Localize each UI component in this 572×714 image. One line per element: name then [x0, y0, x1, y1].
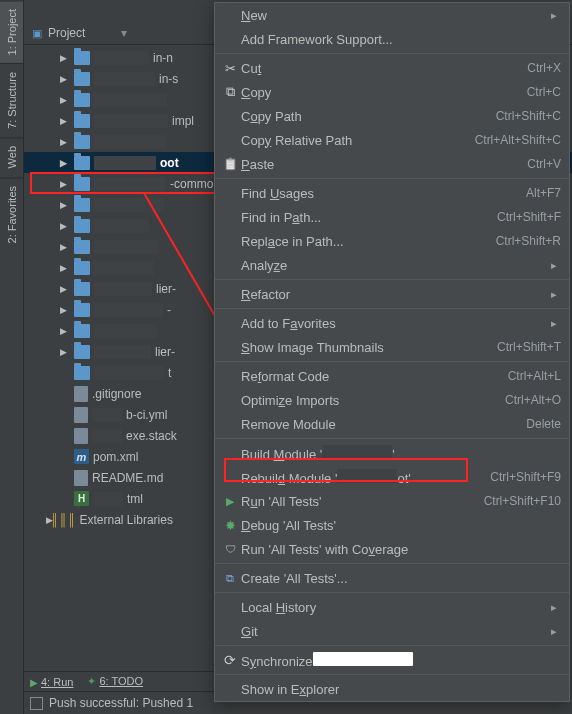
menu-item[interactable]: Find in Path...Ctrl+Shift+F [215, 205, 569, 229]
menu-label: Git [241, 624, 551, 639]
menu-item[interactable]: Reformat CodeCtrl+Alt+L [215, 364, 569, 388]
menu-label: Copy [241, 85, 527, 100]
redacted-text [94, 324, 157, 338]
refresh-icon [219, 652, 241, 668]
tree-label: impl [172, 114, 194, 128]
menu-item[interactable]: Run 'All Tests' with Coverage [215, 537, 569, 561]
expand-arrow-icon: ▶ [60, 116, 70, 126]
expand-arrow-icon: ▶ [60, 347, 70, 357]
menu-label: Create 'All Tests'... [241, 571, 561, 586]
menu-item[interactable]: Build Module '' [215, 441, 569, 465]
sidebar-tab-project[interactable]: 1: Project [0, 0, 23, 63]
menu-item[interactable]: Refactor▸ [215, 282, 569, 306]
tree-label: pom.xml [93, 450, 138, 464]
menu-item[interactable]: Create 'All Tests'... [215, 566, 569, 590]
menu-separator [215, 645, 569, 646]
tree-label: b-ci.yml [126, 408, 167, 422]
menu-item[interactable]: Show Image ThumbnailsCtrl+Shift+T [215, 335, 569, 359]
tree-label: in-n [153, 51, 173, 65]
left-tool-rail: 1: Project 7: Structure Web 2: Favorites [0, 0, 24, 714]
redacted-text [94, 177, 166, 191]
redacted-text [93, 492, 123, 506]
menu-item[interactable]: Run 'All Tests'Ctrl+Shift+F10 [215, 489, 569, 513]
menu-label: Cut [241, 61, 527, 76]
expand-arrow-icon: ▶ [60, 284, 70, 294]
menu-label: Refactor [241, 287, 551, 302]
menu-item[interactable]: Synchronize [215, 648, 569, 672]
new-icon [219, 572, 241, 585]
menu-item[interactable]: Add Framework Support... [215, 27, 569, 51]
submenu-arrow-icon: ▸ [551, 601, 561, 614]
folder-icon [74, 51, 90, 65]
expand-arrow-icon: ▶ [60, 263, 70, 273]
menu-label: Build Module '' [241, 445, 561, 462]
menu-label: Copy Path [241, 109, 496, 124]
scissor-icon [219, 61, 241, 76]
menu-item[interactable]: Show in Explorer [215, 677, 569, 701]
tree-label: exe.stack [126, 429, 177, 443]
folder-icon [74, 303, 90, 317]
menu-item[interactable]: Git▸ [215, 619, 569, 643]
menu-item[interactable]: Rebuild Module 'ot'Ctrl+Shift+F9 [215, 465, 569, 489]
clip-icon [219, 157, 241, 171]
menu-label: Show in Explorer [241, 682, 561, 697]
expand-arrow-icon: ▶ [60, 221, 70, 231]
menu-label: Rebuild Module 'ot' [241, 469, 490, 486]
project-dropdown-label: Project [48, 26, 85, 40]
tree-label: tml [127, 492, 143, 506]
menu-label: Copy Relative Path [241, 133, 475, 148]
expand-arrow-icon: ▶ [60, 200, 70, 210]
menu-shortcut: Ctrl+V [527, 157, 561, 171]
menu-shortcut: Ctrl+C [527, 85, 561, 99]
sidebar-tab-favorites[interactable]: 2: Favorites [0, 177, 23, 251]
menu-item[interactable]: Copy Relative PathCtrl+Alt+Shift+C [215, 128, 569, 152]
menu-label: Replace in Path... [241, 234, 496, 249]
folder-icon [74, 177, 90, 191]
redacted-text [92, 429, 122, 443]
redacted-text [94, 240, 158, 254]
redacted-text [94, 135, 166, 149]
redacted-text [94, 345, 151, 359]
sidebar-tab-structure[interactable]: 7: Structure [0, 63, 23, 137]
menu-item[interactable]: Analyze▸ [215, 253, 569, 277]
tree-label: External Libraries [80, 513, 173, 527]
menu-item[interactable]: Debug 'All Tests' [215, 513, 569, 537]
submenu-arrow-icon: ▸ [551, 317, 561, 330]
html-icon: H [74, 491, 89, 506]
menu-item[interactable]: PasteCtrl+V [215, 152, 569, 176]
file-icon [74, 428, 88, 444]
todo-tool-button[interactable]: ✦6: TODO [87, 675, 143, 688]
folder-icon [74, 324, 90, 338]
menu-separator [215, 674, 569, 675]
expand-arrow-icon: ▶ [60, 305, 70, 315]
expand-arrow-icon: ▶ [60, 326, 70, 336]
tree-label: in-s [159, 72, 178, 86]
redacted-text [94, 93, 167, 107]
folder-icon [74, 198, 90, 212]
run-tool-button[interactable]: ▶4: Run [30, 676, 73, 688]
menu-item[interactable]: Find UsagesAlt+F7 [215, 181, 569, 205]
copy-icon [219, 84, 241, 100]
menu-item[interactable]: CopyCtrl+C [215, 80, 569, 104]
tree-label: - [167, 303, 171, 317]
library-icon: ║║║ [50, 513, 76, 527]
redacted-text [94, 219, 149, 233]
menu-item[interactable]: CutCtrl+X [215, 56, 569, 80]
sidebar-tab-web[interactable]: Web [0, 137, 23, 176]
folder-icon [74, 282, 90, 296]
menu-shortcut: Ctrl+Alt+O [505, 393, 561, 407]
context-menu[interactable]: New▸Add Framework Support...CutCtrl+XCop… [214, 2, 570, 702]
menu-item[interactable]: Optimize ImportsCtrl+Alt+O [215, 388, 569, 412]
menu-item[interactable]: Add to Favorites▸ [215, 311, 569, 335]
menu-item[interactable]: Remove ModuleDelete [215, 412, 569, 436]
menu-label: Debug 'All Tests' [241, 518, 561, 533]
menu-item[interactable]: Local History▸ [215, 595, 569, 619]
redacted-text [94, 114, 168, 128]
folder-icon [74, 135, 90, 149]
menu-item[interactable]: Replace in Path...Ctrl+Shift+R [215, 229, 569, 253]
menu-item[interactable]: Copy PathCtrl+Shift+C [215, 104, 569, 128]
folder-icon [74, 156, 90, 170]
menu-item[interactable]: New▸ [215, 3, 569, 27]
menu-label: Paste [241, 157, 527, 172]
menu-label: Local History [241, 600, 551, 615]
